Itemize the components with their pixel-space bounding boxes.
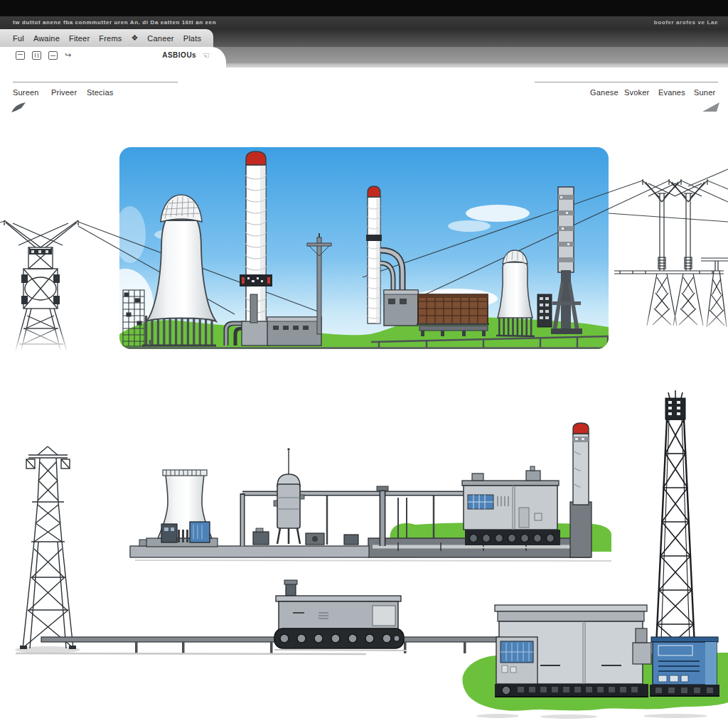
menu-bullet-icon: ❖	[131, 33, 138, 43]
middle-plant	[130, 423, 611, 561]
window-icon[interactable]	[16, 51, 25, 60]
copy-icon[interactable]	[48, 51, 58, 60]
menu-item-ful[interactable]: Ful	[13, 34, 24, 43]
cooling-tower-middle	[158, 470, 212, 542]
toolbar-action-label[interactable]: ASBIOUs	[162, 51, 196, 59]
statusbar: tw duttot anene fba conmmutter uren An. …	[0, 16, 728, 29]
forward-arrow-icon[interactable]: ↪	[65, 50, 71, 60]
menu-item-plats[interactable]: Plats	[183, 34, 201, 43]
brick-building	[417, 294, 489, 336]
nav-link-svoker[interactable]: Svoker	[624, 88, 649, 97]
tower-left-middle	[15, 446, 80, 653]
menu-item-fiteer[interactable]: Fiteer	[69, 34, 90, 43]
pylons-right	[614, 179, 728, 341]
tower-right-dark	[655, 390, 695, 661]
nav-link-ganese[interactable]: Ganese	[590, 88, 619, 97]
toolbar-row: ↪ ASBIOUs ☜	[0, 47, 728, 63]
pylon-left	[0, 220, 100, 358]
nav-link-priveer[interactable]: Priveer	[51, 88, 77, 97]
swoosh-icon[interactable]	[10, 101, 28, 115]
nav-left-rule	[13, 82, 178, 82]
nav-link-suner[interactable]: Suner	[694, 88, 715, 97]
menu-item-frems[interactable]: Frems	[99, 34, 122, 43]
generator-blue	[650, 637, 719, 696]
menubar-row: Ful Awaine Fiteer Frems ❖ Caneer Plats	[0, 29, 728, 47]
nav-link-sureen[interactable]: Sureen	[13, 88, 39, 97]
triangle-arrow-icon[interactable]	[701, 101, 721, 114]
columns-icon[interactable]	[32, 51, 41, 60]
chimney-middle	[570, 423, 592, 557]
toolbar-strip-left	[0, 63, 226, 68]
bottom-rail	[16, 637, 500, 654]
statusbar-text-right: boofer arofes ve Lae	[654, 19, 718, 26]
nav-link-evanes[interactable]: Evanes	[658, 88, 685, 97]
scene-illustration	[0, 0, 728, 728]
toolbar: ↪ ASBIOUs ☜	[0, 47, 226, 63]
toolbar-strip-right	[226, 63, 728, 68]
pointer-hand-icon[interactable]: ☜	[202, 50, 210, 60]
menu-item-awaine[interactable]: Awaine	[33, 34, 60, 43]
nav-link-stecias[interactable]: Stecias	[87, 88, 113, 97]
bottom-right-plant	[462, 605, 728, 719]
lattice-column	[537, 294, 552, 327]
nav-right-rule	[535, 82, 718, 82]
building-middle	[462, 466, 566, 547]
menubar: Ful Awaine Fiteer Frems ❖ Caneer Plats	[0, 29, 213, 47]
menu-item-caneer[interactable]: Caneer	[147, 34, 173, 43]
crawler-vehicle	[274, 580, 407, 651]
statusbar-text-left: tw duttot anene fba conmmutter uren An. …	[13, 19, 216, 26]
window-titlebar	[0, 0, 728, 16]
page: tw duttot anene fba conmmutter uren An. …	[0, 0, 728, 728]
